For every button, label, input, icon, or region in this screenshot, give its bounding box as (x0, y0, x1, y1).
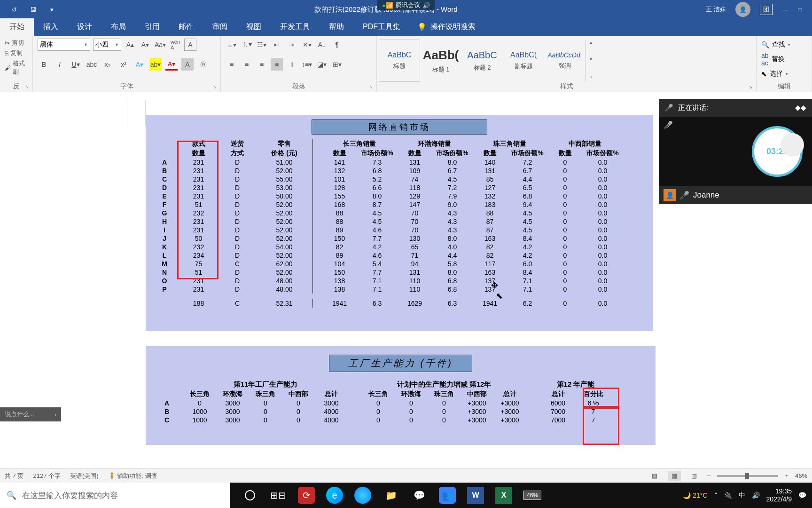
highlight-button[interactable]: ab▾ (149, 58, 162, 71)
tab-mailings[interactable]: 邮件 (169, 18, 203, 36)
clear-format-button[interactable]: A (184, 39, 196, 51)
maximize-button[interactable]: ◻ (797, 6, 803, 13)
align-right-button[interactable]: ≡ (256, 58, 268, 71)
edge-icon[interactable] (354, 487, 371, 504)
char-shading-button[interactable]: A (181, 58, 194, 71)
font-launcher[interactable]: ↘ (213, 84, 219, 91)
taskbar-search[interactable]: 🔍 在这里输入你要搜索的内容 (0, 483, 230, 508)
zoom-level[interactable]: 46% (795, 472, 807, 479)
font-size-combo[interactable]: 小四▼ (93, 39, 121, 51)
justify-button[interactable]: ≡ (271, 58, 283, 71)
text-effects-button[interactable]: A▾ (133, 58, 146, 71)
style-heading1[interactable]: AaBb(标题 1 (420, 40, 461, 82)
autosave-icon[interactable]: ↺ (9, 5, 19, 14)
tell-me-search[interactable]: 💡 操作说明搜索 (410, 18, 483, 36)
bullets-button[interactable]: ≣▾ (226, 39, 238, 51)
edge-legacy-icon[interactable]: e (326, 487, 343, 504)
page-count[interactable]: 共 7 页 (5, 472, 23, 480)
notifications-icon[interactable]: 💬 (798, 492, 806, 499)
qat-more-icon[interactable]: ▾ (47, 5, 56, 14)
find-button[interactable]: 🔍查找▾ (761, 40, 790, 49)
borders-button[interactable]: ⊞▾ (331, 58, 343, 71)
style-emphasis[interactable]: AaBbCcDd.强调 (544, 40, 586, 82)
share-button[interactable]: 团 (760, 4, 773, 15)
italic-button[interactable]: I (54, 58, 66, 71)
format-painter-button[interactable]: 🖌格式刷 (5, 59, 28, 76)
para-launcher[interactable]: ↘ (369, 84, 375, 91)
tab-layout[interactable]: 布局 (102, 18, 135, 36)
tab-design[interactable]: 设计 (68, 18, 102, 36)
styles-more[interactable]: ▴▾⌄ (586, 40, 596, 82)
zoom-slider[interactable] (717, 475, 778, 477)
show-marks-button[interactable]: ¶ (331, 39, 343, 51)
grow-font-button[interactable]: A▴ (124, 39, 136, 51)
tab-pdf[interactable]: PDF工具集 (353, 18, 410, 36)
explorer-icon[interactable]: 📁 (383, 487, 399, 504)
power-icon[interactable]: 🔌 (724, 492, 732, 499)
cortana-button[interactable] (242, 487, 258, 504)
styles-launcher[interactable]: ↘ (749, 84, 755, 91)
tencent-meeting-icon[interactable]: 👥 (439, 487, 456, 504)
zoom-in-button[interactable]: + (785, 472, 789, 479)
select-button[interactable]: ⬉选择▾ (761, 70, 790, 78)
font-name-combo[interactable]: 黑体▼ (38, 39, 90, 51)
tab-insert[interactable]: 插入 (34, 18, 68, 36)
clipboard-launcher[interactable]: ↘ (25, 84, 31, 91)
font-color-button[interactable]: A▾ (165, 58, 178, 71)
style-heading2[interactable]: AaBbC标题 2 (461, 40, 503, 82)
tray-expand-icon[interactable]: ˄ (714, 492, 718, 499)
clock[interactable]: 19:35 2022/4/9 (766, 487, 792, 503)
tab-developer[interactable]: 开发工具 (271, 18, 320, 36)
task-view-button[interactable]: ⊞⊟ (270, 487, 287, 504)
decrease-indent-button[interactable]: ⇤ (271, 39, 283, 51)
styles-gallery[interactable]: AaBbC标题 AaBb(标题 1 AaBbC标题 2 AaBbC(副标题 Aa… (379, 40, 596, 82)
line-spacing-button[interactable]: ↕≡▾ (301, 58, 313, 71)
print-layout-button[interactable]: ▦ (668, 471, 681, 481)
ime-indicator[interactable]: 中 (739, 491, 745, 500)
enclose-button[interactable]: ㊕ (197, 58, 210, 71)
tab-review[interactable]: 审阅 (203, 18, 237, 36)
numbering-button[interactable]: ⒈▾ (241, 39, 253, 51)
volume-icon[interactable]: 🔊 (752, 492, 760, 499)
phonetic-button[interactable]: wénA (169, 39, 181, 51)
copy-button[interactable]: ⎘复制 (5, 49, 28, 57)
align-center-button[interactable]: ≡ (241, 58, 253, 71)
align-left-button[interactable]: ≡ (226, 58, 238, 71)
save-icon[interactable]: 🖫 (28, 5, 38, 14)
tab-references[interactable]: 引用 (135, 18, 169, 36)
read-mode-button[interactable]: ▤ (648, 471, 661, 481)
word-count[interactable]: 2127 个字 (33, 472, 61, 480)
accessibility[interactable]: 🧍 辅助功能: 调查 (108, 472, 157, 480)
cut-button[interactable]: ✂剪切 (5, 39, 28, 47)
distribute-button[interactable]: ⫴ (286, 58, 298, 71)
bold-button[interactable]: B (38, 58, 50, 71)
shading-button[interactable]: ◪▾ (316, 58, 328, 71)
netease-icon[interactable]: ⟳ (298, 487, 315, 504)
shrink-font-button[interactable]: A▾ (139, 39, 151, 51)
sort-button[interactable]: A↓ (316, 39, 328, 51)
user-avatar-icon[interactable]: 👤 (735, 2, 750, 17)
asian-layout-button[interactable]: ✕▾ (301, 39, 313, 51)
strike-button[interactable]: abc (86, 58, 98, 71)
superscript-button[interactable]: x² (117, 58, 130, 71)
replace-button[interactable]: abac替换 (761, 52, 790, 67)
tab-home[interactable]: 开始 (0, 18, 34, 36)
weather-icon[interactable]: 🌙 21°C (683, 492, 707, 499)
style-title[interactable]: AaBbC标题 (379, 40, 420, 82)
underline-button[interactable]: U▾ (70, 58, 82, 71)
comment-peek[interactable]: 说点什么... ‹ (0, 407, 61, 421)
tencent-meeting-panel[interactable]: 🎤 正在讲话: ◆◆ 🎤̸ 03:22 👤 🎤 Joanne (659, 99, 812, 204)
web-layout-button[interactable]: ▥ (687, 471, 701, 481)
word-icon[interactable]: W (467, 487, 484, 504)
excel-icon[interactable]: X (495, 487, 512, 504)
change-case-button[interactable]: Aa▾ (154, 39, 166, 51)
wechat-icon[interactable]: 💬 (411, 487, 428, 504)
multilevel-button[interactable]: ☷▾ (256, 39, 268, 51)
tab-view[interactable]: 视图 (237, 18, 271, 36)
minimize-button[interactable]: — (782, 6, 788, 13)
zoom-out-button[interactable]: − (707, 472, 711, 479)
tab-help[interactable]: 帮助 (320, 18, 353, 36)
increase-indent-button[interactable]: ⇥ (286, 39, 298, 51)
battery-indicator[interactable]: 46% (523, 491, 541, 500)
subscript-button[interactable]: x₂ (102, 58, 114, 71)
